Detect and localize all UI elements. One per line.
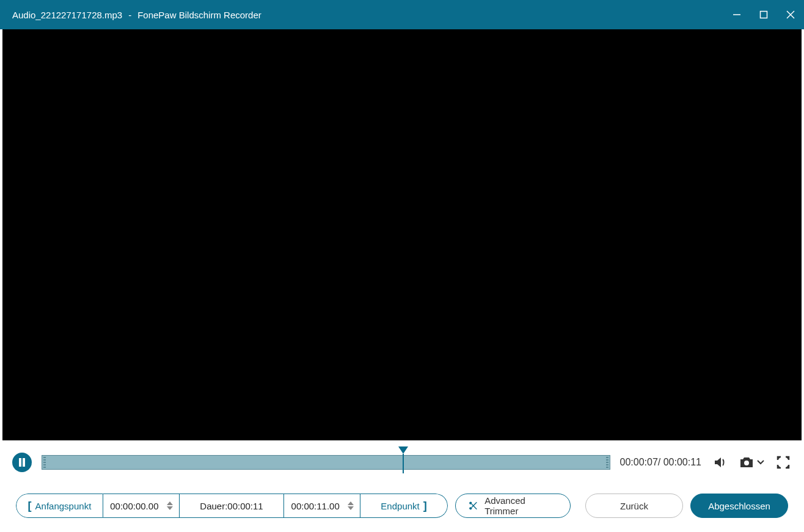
duration-label: Dauer: [200, 501, 227, 511]
start-time-field[interactable]: 00:00:00.00 [103, 494, 180, 518]
pause-icon [18, 458, 26, 467]
svg-rect-5 [23, 458, 25, 467]
done-label: Abgeschlossen [708, 501, 770, 511]
end-time-down[interactable] [348, 506, 354, 510]
player-bar: 00:00:07/ 00:00:11 [0, 440, 804, 484]
title-separator: - [128, 10, 131, 20]
snapshot-button[interactable] [738, 454, 755, 471]
start-label: Anfangspunkt [35, 501, 92, 511]
time-display: 00:00:07/ 00:00:11 [620, 457, 701, 468]
set-start-button[interactable]: [ Anfangspunkt [16, 494, 103, 518]
volume-button[interactable] [711, 454, 728, 471]
duration-display: Dauer:00:00:11 [180, 494, 284, 518]
minimize-icon [733, 10, 741, 19]
fullscreen-icon [777, 456, 790, 469]
back-label: Zurück [620, 501, 648, 511]
title-app-name: FonePaw Bildschirm Recorder [137, 10, 261, 20]
duration-value: 00:00:11 [227, 501, 263, 511]
end-time-value: 00:00:11.00 [291, 501, 340, 511]
start-time-value: 00:00:00.00 [110, 501, 158, 511]
advanced-trimmer-label: Advanced Trimmer [484, 495, 558, 516]
close-icon [786, 10, 795, 19]
pause-button[interactable] [12, 453, 32, 472]
close-button[interactable] [777, 0, 804, 29]
current-time: 00:00:07 [620, 457, 658, 467]
minimize-button[interactable] [723, 0, 750, 29]
set-end-button[interactable]: Endpunkt ] [360, 494, 448, 518]
fullscreen-button[interactable] [775, 454, 792, 471]
chevron-down-icon [757, 460, 764, 465]
volume-icon [712, 455, 727, 470]
maximize-button[interactable] [750, 0, 777, 29]
svg-rect-4 [19, 458, 21, 467]
end-label: Endpunkt [381, 501, 419, 511]
trim-bar: [ Anfangspunkt 00:00:00.00 Dauer:00:00:1… [0, 484, 804, 532]
snapshot-dropdown[interactable] [756, 454, 765, 471]
svg-rect-1 [761, 12, 767, 18]
svg-point-6 [744, 461, 749, 465]
titlebar: Audio_221227171728.mp3 - FonePaw Bildsch… [0, 0, 804, 29]
start-time-stepper [167, 497, 175, 515]
svg-point-7 [469, 502, 472, 505]
advanced-trimmer-button[interactable]: Advanced Trimmer [455, 494, 571, 518]
total-time: 00:00:11 [663, 457, 701, 467]
trim-segment-group: [ Anfangspunkt 00:00:00.00 Dauer:00:00:1… [16, 494, 448, 518]
camera-icon [739, 456, 755, 469]
playhead-marker-icon [398, 446, 408, 454]
end-time-up[interactable] [348, 501, 354, 505]
title-filename: Audio_221227171728.mp3 [0, 10, 122, 20]
svg-point-8 [469, 507, 472, 509]
start-time-up[interactable] [167, 501, 173, 505]
scissors-icon [468, 500, 478, 511]
maximize-icon [759, 10, 768, 19]
end-time-field[interactable]: 00:00:11.00 [284, 494, 360, 518]
bracket-open-icon: [ [28, 500, 32, 512]
end-time-stepper [348, 497, 356, 515]
preview-area [2, 29, 802, 440]
done-button[interactable]: Abgeschlossen [690, 494, 788, 518]
bracket-close-icon: ] [423, 500, 427, 512]
back-button[interactable]: Zurück [585, 494, 683, 518]
playhead-line[interactable] [403, 454, 404, 473]
progress-bar[interactable] [42, 455, 610, 470]
start-time-down[interactable] [167, 506, 173, 510]
